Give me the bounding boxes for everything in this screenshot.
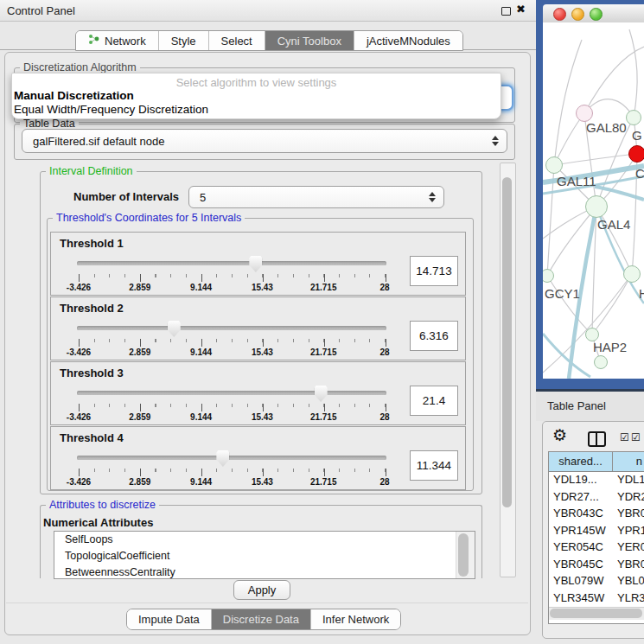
- cell: YLR345W: [553, 591, 604, 604]
- threshold-1-slider[interactable]: -3.426 2.859 9.144 15.43 21.715 28: [79, 256, 385, 287]
- node-label: C: [635, 166, 644, 181]
- threshold-3-panel: Threshold 3 -3.426 2.859 9.144 15.43 21.…: [50, 361, 466, 425]
- tab-select-label: Select: [221, 35, 252, 48]
- slider-thumb[interactable]: [168, 321, 181, 337]
- network-node-selected[interactable]: [628, 145, 644, 163]
- settings-vertical-scrollbar[interactable]: [500, 163, 516, 577]
- slider-track[interactable]: [77, 391, 386, 395]
- slider-thumb[interactable]: [216, 450, 229, 467]
- cell: YER054C: [553, 540, 603, 553]
- tick-label: 28: [379, 477, 389, 487]
- table-horizontal-scrollbar[interactable]: [549, 607, 644, 620]
- tab-impute-data[interactable]: Impute Data: [127, 609, 212, 629]
- threshold-2-slider[interactable]: -3.426 2.859 9.144 15.43 21.715 28: [79, 321, 385, 352]
- table-row[interactable]: YPR145WYPR1: [549, 523, 644, 540]
- cell: YBR0: [617, 507, 644, 520]
- slider-track[interactable]: [77, 456, 386, 460]
- tick-label: 21.715: [310, 348, 337, 357]
- tab-cyni-toolbox[interactable]: Cyni Toolbox: [265, 31, 354, 50]
- threshold-3-label: Threshold 3: [60, 367, 124, 379]
- tick-label: -3.426: [67, 412, 91, 422]
- close-icon[interactable]: ✖: [516, 3, 526, 16]
- tick-label: 9.144: [190, 283, 212, 292]
- columns-icon[interactable]: [588, 431, 606, 447]
- network-node[interactable]: [594, 355, 608, 369]
- popup-item-equal-width-frequency[interactable]: Equal Width/Frequency Discretization: [14, 103, 208, 116]
- table-row[interactable]: YDL19...YDL1: [549, 472, 644, 489]
- table-data-combobox[interactable]: galFiltered.sif default node: [22, 129, 507, 153]
- threshold-4-label: Threshold 4: [60, 431, 124, 444]
- tick-label: -3.426: [67, 283, 91, 292]
- mac-minimize-button[interactable]: [571, 8, 584, 21]
- slider-thumb[interactable]: [315, 386, 328, 402]
- float-window-icon[interactable]: [501, 7, 511, 16]
- slider-ticks: [79, 404, 386, 411]
- table-row[interactable]: YBR045CYBR0: [549, 557, 644, 574]
- tab-discretize-data[interactable]: Discretize Data: [212, 609, 311, 629]
- mac-zoom-button[interactable]: [590, 8, 603, 21]
- scrollbar-thumb[interactable]: [502, 177, 512, 507]
- network-window-titlebar[interactable]: [543, 4, 644, 23]
- list-scrollbar-thumb[interactable]: [458, 533, 469, 577]
- combo-arrows-icon: [492, 136, 498, 146]
- table-data-legend: Table Data: [20, 118, 79, 130]
- node-label: H: [639, 286, 644, 301]
- table-row[interactable]: YDR27...YDR2: [549, 489, 644, 507]
- cell: YBR043C: [553, 507, 603, 520]
- checkbox-icon[interactable]: ☑: [631, 431, 641, 443]
- cell: YBL0: [617, 574, 644, 587]
- numerical-attributes-list[interactable]: SelfLoops TopologicalCoefficient Between…: [54, 531, 475, 579]
- cell: YBR0: [617, 558, 644, 571]
- threshold-1-label: Threshold 1: [60, 237, 124, 250]
- column-header-name[interactable]: n: [613, 452, 644, 471]
- table-panel-titlebar: Table Panel: [536, 392, 644, 421]
- list-item[interactable]: BetweennessCentrality: [54, 564, 475, 579]
- tick-label: 9.144: [190, 412, 212, 422]
- threshold-1-value-field[interactable]: 14.713: [410, 256, 458, 286]
- table-row[interactable]: YBL079WYBL0: [549, 573, 644, 590]
- gear-icon[interactable]: ⚙: [552, 425, 567, 444]
- network-node[interactable]: [576, 105, 593, 122]
- table-row[interactable]: YBR043CYBR0: [549, 506, 644, 523]
- network-canvas[interactable]: GAL80 G C GAL11 GAL4 GCY1 H HAP2: [543, 22, 644, 379]
- threshold-3-value-field[interactable]: 21.4: [410, 386, 458, 416]
- threshold-1-panel: Threshold 1 -3.426 2.859 9.144 15.43 21.…: [50, 232, 466, 296]
- network-node[interactable]: [626, 110, 641, 125]
- tab-infer-network[interactable]: Infer Network: [311, 609, 400, 629]
- threshold-4-slider[interactable]: -3.426 2.859 9.144 15.43 21.715 28: [79, 450, 385, 481]
- network-view-window[interactable]: GAL80 G C GAL11 GAL4 GCY1 H HAP2: [536, 0, 644, 392]
- mac-close-button[interactable]: [553, 8, 566, 21]
- number-of-intervals-combobox[interactable]: 5: [188, 186, 444, 208]
- threshold-2-value-field[interactable]: 6.316: [410, 321, 458, 351]
- list-item[interactable]: SelfLoops: [54, 532, 475, 548]
- table-row[interactable]: YER054CYER0: [549, 539, 644, 557]
- network-node[interactable]: [623, 265, 641, 283]
- discretization-algorithm-legend: Discretization Algorithm: [20, 61, 140, 73]
- tab-cyni-toolbox-label: Cyni Toolbox: [277, 35, 341, 48]
- tab-select[interactable]: Select: [209, 31, 265, 50]
- top-tab-bar: Network Style Select Cyni Toolbox jActiv…: [75, 30, 463, 51]
- tick-label: 21.715: [310, 412, 337, 422]
- threshold-4-panel: Threshold 4 -3.426 2.859 9.144 15.43 21.…: [50, 426, 466, 490]
- threshold-3-slider[interactable]: -3.426 2.859 9.144 15.43 21.715 28: [79, 386, 385, 417]
- slider-track[interactable]: [77, 326, 386, 330]
- tab-style[interactable]: Style: [159, 31, 209, 50]
- network-node[interactable]: [545, 156, 563, 174]
- node-label: GAL4: [597, 217, 630, 232]
- node-table: shared... n YDL19...YDL1 YDR27...YDR2 YB…: [548, 451, 644, 624]
- slider-thumb[interactable]: [249, 256, 262, 272]
- list-item[interactable]: TopologicalCoefficient: [54, 548, 475, 564]
- apply-button[interactable]: Apply: [233, 580, 290, 600]
- tab-jactivemnodules[interactable]: jActiveMNodules: [354, 31, 462, 50]
- tab-network[interactable]: Network: [76, 31, 159, 50]
- threshold-4-value-field[interactable]: 11.344: [410, 450, 458, 481]
- popup-placeholder-item[interactable]: Select algorithm to view settings: [12, 76, 501, 89]
- tick-label: 2.859: [129, 348, 150, 357]
- popup-item-manual-discretization[interactable]: Manual Discretization: [14, 89, 134, 102]
- slider-track[interactable]: [77, 261, 386, 265]
- checkbox-icon[interactable]: ☑: [620, 431, 629, 443]
- table-panel-body: ⚙ ☑ ☑ shared... n YDL19...YDL1 YDR27...Y…: [542, 421, 644, 639]
- scrollbar-thumb[interactable]: [550, 609, 642, 618]
- column-header-shared-name[interactable]: shared...: [549, 452, 613, 471]
- network-node[interactable]: [585, 195, 608, 218]
